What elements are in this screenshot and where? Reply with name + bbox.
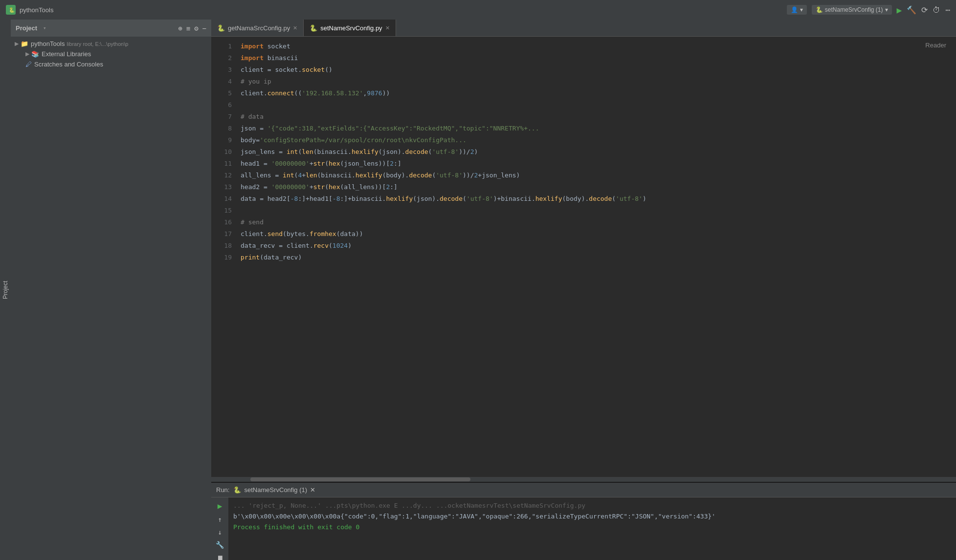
build-icon[interactable]: 🔨	[907, 5, 916, 15]
code-line-2: import binascii	[241, 52, 952, 64]
code-line-10: json_lens = int(len(binascii.hexlify(jso…	[241, 146, 952, 158]
scratches-label: Scratches and Consoles	[34, 61, 103, 68]
lib-icon: 📚	[31, 50, 39, 58]
project-tree: ▶ 📁 pythonTools library root, E:\...\pyt…	[11, 37, 211, 560]
code-line-8: json = '{"code":318,"extFields":{"Access…	[241, 123, 952, 134]
code-line-14: data = head2[-8:]+head1[-8:]+binascii.he…	[241, 193, 952, 205]
run-panel-body: ▶ ↑ ↓ 🔧 ⏹ ≡ ... 'reject_p, None...' ...p…	[211, 497, 956, 560]
run-again-button[interactable]: ▶	[218, 501, 222, 511]
project-header-icons: ⊕ ≡ ⚙ −	[178, 24, 206, 32]
run-label: Run:	[216, 486, 229, 494]
output-line-1: ... 'reject_p, None...' ...pts\python.ex…	[233, 500, 951, 511]
tree-item-external-libs[interactable]: ▶ 📚 External Libraries	[11, 49, 211, 59]
run-tab-close[interactable]: ✕	[310, 486, 315, 494]
title-bar-actions: 👤 ▾ 🐍 setNameSrvConfig (1) ▾ ▶ 🔨 ⟳ ⏱ ⋯	[787, 5, 950, 15]
settings-run-button[interactable]: 🔧	[216, 541, 224, 549]
project-panel: Project ▾ ⊕ ≡ ⚙ − ▶ 📁 pythonTools librar…	[11, 20, 211, 560]
tree-item-scratches[interactable]: 🖊 Scratches and Consoles	[11, 59, 211, 69]
output-line-2: b'\x00\x00\x00e\x00\x00\x00a{"code":0,"f…	[233, 511, 951, 522]
tab-0-icon: 🐍	[217, 24, 225, 32]
config-icon: 🐍	[816, 6, 823, 13]
run-tab-icon: 🐍	[233, 486, 241, 494]
code-line-18: data_recv = client.recv(1024)	[241, 240, 952, 252]
code-content[interactable]: import socket import binascii client = s…	[236, 37, 956, 477]
globe-icon[interactable]: ⊕	[178, 24, 182, 32]
code-line-5: client.connect(('192.168.58.132',9876))	[241, 87, 952, 99]
code-line-9: body='configStorePath=/var/spool/cron/ro…	[241, 134, 952, 146]
svg-text:🐍: 🐍	[9, 7, 15, 13]
horizontal-scrollbar[interactable]	[211, 477, 956, 482]
tab-1[interactable]: 🐍 setNameSrvConfig.py ✕	[304, 20, 396, 36]
tree-item-root[interactable]: ▶ 📁 pythonTools library root, E:\...\pyt…	[11, 39, 211, 49]
run-panel: Run: 🐍 setNameSrvConfig (1) ✕ ▶ ↑ ↓ 🔧 ⏹ …	[211, 482, 956, 560]
settings-icon[interactable]: ⚙	[194, 24, 198, 32]
code-line-4: # you ip	[241, 76, 952, 87]
title-bar: 🐍 pythonTools 👤 ▾ 🐍 setNameSrvConfig (1)…	[0, 0, 956, 20]
timer-icon[interactable]: ⏱	[933, 5, 940, 15]
user-button[interactable]: 👤 ▾	[787, 5, 807, 15]
app-title: pythonTools	[20, 6, 53, 14]
tab-0[interactable]: 🐍 getNamaSrcConfig.py ✕	[211, 20, 304, 36]
folder-icon: 📁	[21, 40, 28, 47]
tab-1-icon: 🐍	[310, 24, 317, 32]
code-line-17: client.send(bytes.fromhex(data))	[241, 228, 952, 240]
code-line-12: all_lens = int(4+len(binascii.hexlify(bo…	[241, 170, 952, 181]
code-line-19: print(data_recv)	[241, 252, 952, 263]
code-line-1: import socket	[241, 41, 952, 52]
project-title: Project	[16, 24, 37, 32]
root-sublabel: library root, E:\...\python\p	[67, 41, 128, 47]
app-icon: 🐍	[6, 5, 16, 15]
more-icon[interactable]: ⋯	[945, 5, 950, 15]
run-panel-sidebar: ▶ ↑ ↓ 🔧 ⏹ ≡	[211, 497, 228, 560]
tab-0-close[interactable]: ✕	[293, 25, 297, 31]
editor-area: 🐍 getNamaSrcConfig.py ✕ 🐍 setNameSrvConf…	[211, 20, 956, 560]
scroll-down-button[interactable]: ↓	[218, 528, 222, 536]
line-numbers: 12345 678910 1112131415 16171819	[211, 37, 236, 477]
code-line-13: head2 = '00000000'+str(hex(all_lens))[2:…	[241, 181, 952, 193]
scroll-up-button[interactable]: ↑	[218, 516, 222, 523]
user-icon: 👤	[791, 6, 798, 13]
project-vertical-label[interactable]: Project	[0, 20, 11, 560]
code-line-3: client = socket.socket()	[241, 64, 952, 76]
root-label: pythonTools	[31, 40, 65, 47]
tab-1-close[interactable]: ✕	[385, 25, 390, 31]
sort-icon[interactable]: ≡	[186, 24, 190, 32]
main-container: Project Project ▾ ⊕ ≡ ⚙ − ▶ 📁 pythonTool…	[0, 20, 956, 560]
code-line-15	[241, 205, 952, 216]
project-dropdown[interactable]: ▾	[43, 25, 46, 31]
code-line-6	[241, 99, 952, 111]
code-line-16: # send	[241, 216, 952, 228]
run-panel-header: Run: 🐍 setNameSrvConfig (1) ✕	[211, 483, 956, 497]
code-line-7: # data	[241, 111, 952, 123]
project-header: Project ▾ ⊕ ≡ ⚙ −	[11, 20, 211, 37]
ext-libs-arrow: ▶	[25, 51, 29, 57]
output-line-4: Process finished with exit code 0	[233, 522, 951, 533]
sync-icon[interactable]: ⟳	[921, 5, 928, 15]
run-tab-label: setNameSrvConfig (1)	[244, 486, 307, 494]
config-button[interactable]: 🐍 setNameSrvConfig (1) ▾	[812, 5, 892, 15]
ext-libs-label: External Libraries	[42, 50, 91, 58]
run-button[interactable]: ▶	[897, 5, 902, 15]
code-editor[interactable]: 12345 678910 1112131415 16171819 import …	[211, 37, 956, 477]
reader-mode-label[interactable]: Reader	[925, 42, 946, 49]
code-line-11: head1 = '00000000'+str(hex(json_lens))[2…	[241, 158, 952, 170]
run-output: ... 'reject_p, None...' ...pts\python.ex…	[228, 497, 956, 560]
scratch-icon: 🖊	[25, 61, 32, 68]
scrollbar-thumb[interactable]	[250, 477, 470, 481]
tab-0-label: getNamaSrcConfig.py	[228, 24, 290, 32]
stop-button[interactable]: ⏹	[217, 554, 223, 560]
tab-bar: 🐍 getNamaSrcConfig.py ✕ 🐍 setNameSrvConf…	[211, 20, 956, 37]
root-arrow: ▶	[15, 41, 19, 47]
user-dropdown-arrow: ▾	[800, 6, 803, 13]
minimize-icon[interactable]: −	[202, 24, 206, 32]
run-tab[interactable]: 🐍 setNameSrvConfig (1) ✕	[233, 486, 315, 494]
tab-1-label: setNameSrvConfig.py	[320, 24, 382, 32]
